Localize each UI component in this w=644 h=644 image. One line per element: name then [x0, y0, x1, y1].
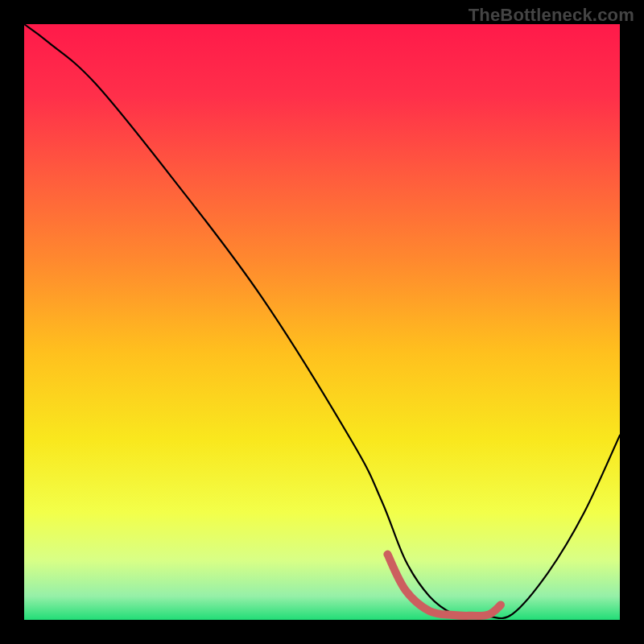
gradient-bg [24, 24, 620, 620]
chart-container: TheBottleneck.com [0, 0, 644, 644]
watermark-text: TheBottleneck.com [469, 5, 634, 26]
plot-area [24, 24, 620, 620]
chart-svg [24, 24, 620, 620]
